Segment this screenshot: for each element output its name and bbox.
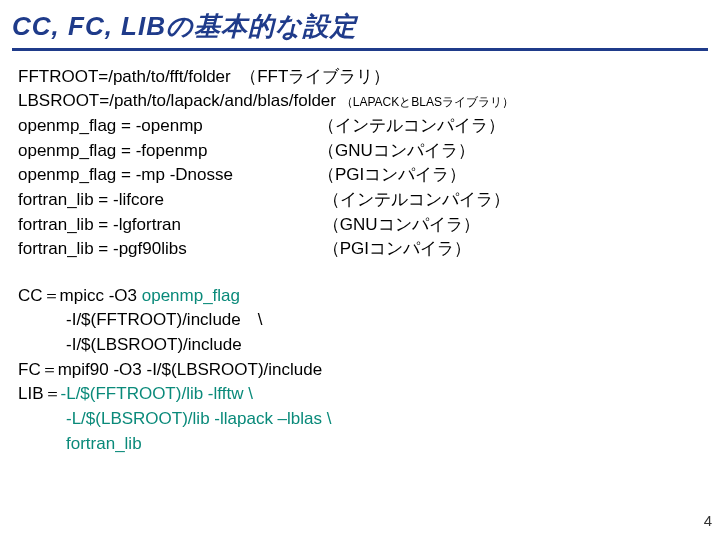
- definitions-block: FFTROOT=/path/to/fft/folder （FFTライブラリ） L…: [0, 51, 720, 262]
- def-flib-pgi: fortran_lib = -pgf90libs: [18, 237, 318, 262]
- cc-openmp-flag: openmp_flag: [142, 286, 240, 305]
- def-flib-intel: fortran_lib = -lifcore: [18, 188, 318, 213]
- def-omp-intel-note: （インテルコンパイラ）: [318, 116, 505, 135]
- def-flib-intel-note: （インテルコンパイラ）: [323, 190, 510, 209]
- lib-line1: -L/$(FFTROOT)/lib -lfftw \: [61, 384, 253, 403]
- cc-line3: -I/$(LBSROOT)/include: [18, 333, 702, 358]
- settings-block: CC＝mpicc -O3 openmp_flag -I/$(FFTROOT)/i…: [0, 262, 720, 456]
- def-omp-gnu-note: （GNUコンパイラ）: [318, 141, 475, 160]
- def-fftroot: FFTROOT=/path/to/fft/folder: [18, 67, 231, 86]
- def-flib-gnu: fortran_lib = -lgfortran: [18, 213, 318, 238]
- def-omp-gnu: openmp_flag = -fopenmp: [18, 139, 318, 164]
- lib-prefix: LIB＝: [18, 384, 61, 403]
- def-omp-intel: openmp_flag = -openmp: [18, 114, 318, 139]
- def-fftroot-note: （FFTライブラリ）: [240, 67, 390, 86]
- fc-line: FC＝mpif90 -O3 -I/$(LBSROOT)/include: [18, 358, 702, 383]
- page-number: 4: [704, 510, 712, 532]
- def-lbsroot-note: （LAPACKとBLASライブラリ）: [341, 95, 514, 109]
- def-omp-pgi-note: （PGIコンパイラ）: [318, 165, 466, 184]
- def-flib-pgi-note: （PGIコンパイラ）: [323, 239, 471, 258]
- cc-line1: CC＝mpicc -O3: [18, 286, 142, 305]
- slide-title: CC, FC, LIBの基本的な設定: [12, 8, 708, 51]
- lib-line3: fortran_lib: [18, 432, 702, 457]
- def-omp-pgi: openmp_flag = -mp -Dnosse: [18, 163, 318, 188]
- cc-line2: -I/$(FFTROOT)/include \: [18, 308, 702, 333]
- def-flib-gnu-note: （GNUコンパイラ）: [323, 215, 480, 234]
- lib-line2: -L/$(LBSROOT)/lib -llapack –lblas \: [18, 407, 702, 432]
- def-lbsroot: LBSROOT=/path/to/lapack/and/blas/folder: [18, 91, 336, 110]
